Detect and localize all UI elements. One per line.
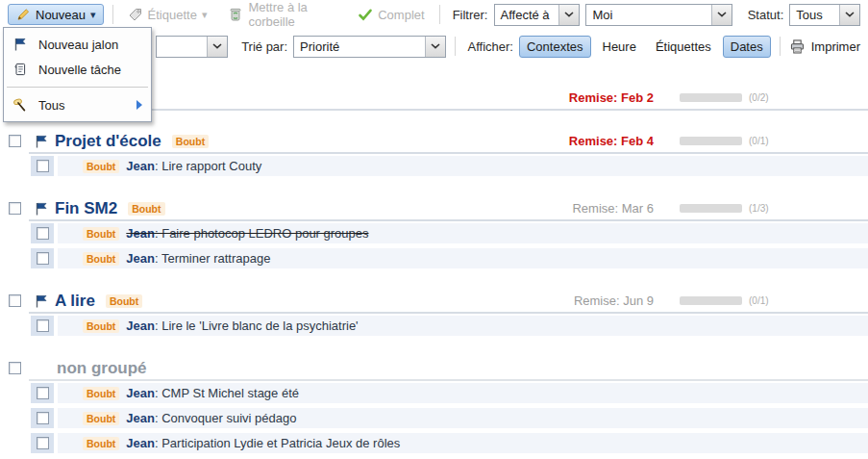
task-row: Boubt Jean: Faire photocop LEDRO pour gr… (31, 223, 868, 243)
menu-item-new-task[interactable]: Nouvelle tâche (4, 57, 151, 82)
milestone-meta: Remise: Mar 6 (1/3) (527, 201, 868, 216)
chevron-down-icon (558, 5, 579, 25)
milestone-checkbox[interactable] (9, 294, 21, 307)
task-text: Jean: Convoquer suivi pédago (126, 411, 296, 425)
status-select[interactable]: Tous (789, 4, 860, 26)
flag-icon (34, 201, 49, 217)
task-checkbox[interactable] (37, 437, 49, 449)
ungrouped-group: non groupé Boubt Jean: CMP St Michel sta… (0, 357, 868, 453)
filter-field-select[interactable]: Affecté à (494, 4, 581, 26)
filter-field-value: Affecté à (495, 5, 559, 25)
progress-count: (0/2) (749, 92, 789, 103)
milestone-group: Fin SM2 Boubt Remise: Mar 6 (1/3) Boubt … (0, 197, 868, 268)
printer-icon (789, 38, 806, 55)
toggle-dates[interactable]: Dates (723, 36, 771, 58)
new-dropdown-menu: Nouveau jalon Nouvelle tâche Tous (3, 27, 152, 122)
menu-item-all[interactable]: Tous (4, 92, 151, 117)
task-checkbox[interactable] (37, 412, 49, 424)
due-date: Remise: Mar 6 (527, 201, 654, 216)
context-tag[interactable]: Boubt (83, 437, 119, 450)
milestone-checkbox[interactable] (9, 362, 21, 374)
complete-button-label: Complet (378, 8, 424, 22)
milestone-header: A lire Boubt Remise: Jun 9 (0/1) (0, 290, 868, 312)
context-tag[interactable]: Boubt (172, 135, 209, 148)
milestone-title[interactable]: A lire (55, 292, 95, 311)
group-filter-value (157, 37, 207, 57)
trash-button[interactable]: Mettre à la corbeille (222, 0, 344, 31)
progress-bar (680, 296, 742, 305)
progress-count: (0/1) (749, 295, 789, 306)
task-checkbox[interactable] (37, 387, 49, 399)
toolbar-separator (780, 37, 781, 56)
menu-item-label: Tous (38, 98, 64, 113)
milestone-checkbox[interactable] (9, 202, 21, 215)
toggle-time[interactable]: Heure (595, 36, 644, 58)
task-body: Boubt Jean: Lire rapport Couty (58, 156, 868, 176)
task-checkbox[interactable] (37, 319, 49, 332)
label-button-label: Étiquette (148, 8, 197, 22)
group-filter-select[interactable] (156, 36, 228, 58)
flag-icon (12, 37, 28, 52)
context-tag[interactable]: Boubt (83, 227, 119, 241)
ungrouped-title: non groupé (57, 359, 146, 378)
toolbar-separator (455, 37, 456, 56)
task-checkbox-cell (31, 156, 54, 176)
notepad-icon (12, 62, 28, 77)
task-body: Boubt Jean: Terminer rattrapage (58, 248, 868, 268)
trash-icon (228, 7, 243, 22)
main-toolbar: Nouveau ▾ Étiquette ▾ Mettre à la corbei… (0, 0, 868, 29)
context-tag[interactable]: Boubt (83, 252, 119, 266)
chevron-down-icon (425, 37, 445, 57)
sort-label: Trié par: (241, 39, 287, 54)
milestone-checkbox[interactable] (9, 135, 21, 147)
toolbar-separator (112, 5, 113, 24)
tag-icon (128, 7, 143, 22)
progress-bar (680, 204, 742, 213)
task-text: Jean: Lire le 'Livre blanc de la psychia… (126, 319, 358, 333)
context-tag[interactable]: Boubt (83, 160, 119, 173)
task-checkbox[interactable] (37, 252, 49, 265)
task-checkbox[interactable] (37, 227, 49, 240)
due-date: Remise: Jun 9 (527, 293, 654, 308)
task-checkbox-cell (31, 248, 54, 268)
task-row: Boubt Jean: Terminer rattrapage (31, 248, 868, 268)
sort-select[interactable]: Priorité (293, 36, 445, 58)
status-label: Statut: (748, 8, 784, 22)
context-tag[interactable]: Boubt (83, 319, 119, 333)
context-tag[interactable]: Boubt (83, 387, 119, 400)
new-button[interactable]: Nouveau ▾ (8, 4, 104, 25)
filter-person-select[interactable]: Moi (585, 4, 732, 26)
task-checkbox[interactable] (37, 160, 49, 172)
menu-item-new-milestone[interactable]: Nouveau jalon (4, 32, 151, 57)
flag-icon (34, 293, 49, 309)
task-manager-window: Nouveau ▾ Étiquette ▾ Mettre à la corbei… (0, 0, 868, 459)
task-text: Jean: CMP St Michel stage été (126, 386, 299, 400)
milestone-title[interactable]: Projet d'école (55, 132, 161, 151)
task-text: Jean: Lire rapport Couty (126, 159, 261, 173)
complete-button[interactable]: Complet (352, 5, 430, 24)
task-text-completed: Jean: Faire photocop LEDRO pour groupes (126, 226, 368, 241)
milestone-header: Projet d'école Boubt Remise: Feb 4 (0/1) (0, 130, 868, 152)
toggle-contexts[interactable]: Contextes (519, 36, 591, 58)
milestone-title[interactable]: Fin SM2 (55, 199, 117, 218)
trash-button-label: Mettre à la corbeille (248, 0, 338, 29)
task-body: Boubt Jean: CMP St Michel stage été (58, 383, 868, 403)
menu-item-label: Nouveau jalon (38, 38, 118, 52)
task-text: Jean: Participation Lydie et Patricia Je… (126, 436, 400, 450)
context-tag[interactable]: Boubt (128, 202, 164, 216)
toolbar-separator (439, 5, 440, 24)
pencil-icon (15, 7, 31, 22)
submenu-arrow-icon (136, 100, 142, 110)
task-body: Boubt Jean: Convoquer suivi pédago (58, 408, 868, 428)
label-button[interactable]: Étiquette ▾ (122, 5, 213, 24)
context-tag[interactable]: Boubt (106, 294, 142, 308)
print-button[interactable]: Imprimer (789, 38, 860, 55)
toggle-labels[interactable]: Étiquettes (648, 36, 719, 58)
chevron-down-icon: ▾ (90, 10, 96, 20)
task-row: Boubt Jean: CMP St Michel stage été (31, 383, 868, 403)
task-checkbox-cell (31, 433, 54, 453)
milestone-group: Projet d'école Boubt Remise: Feb 4 (0/1)… (0, 130, 868, 176)
context-tag[interactable]: Boubt (83, 412, 119, 425)
due-date: Remise: Feb 4 (527, 134, 654, 148)
sort-value: Priorité (294, 37, 424, 57)
